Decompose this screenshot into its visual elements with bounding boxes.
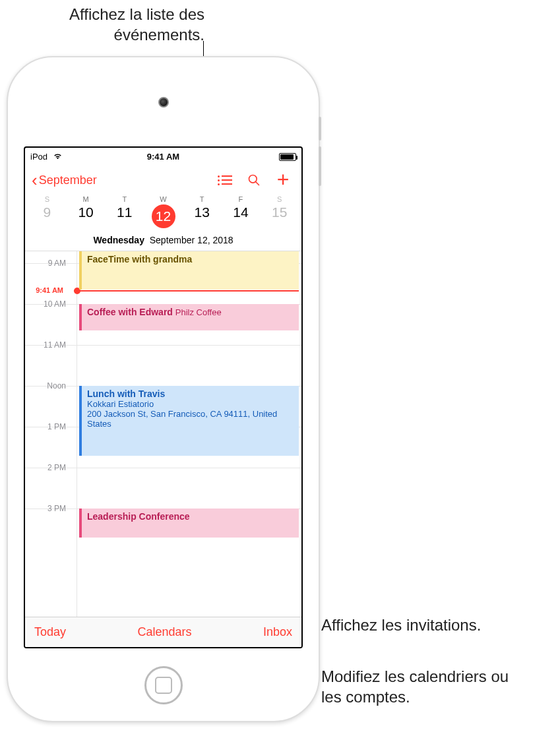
back-label: September: [39, 173, 97, 187]
calendar-event[interactable]: Coffee with Edward Philz Coffee: [79, 304, 299, 330]
weekday-label: S: [28, 195, 67, 203]
date-cell[interactable]: 15: [260, 204, 299, 228]
hour-label: Noon: [25, 381, 71, 390]
date-cell[interactable]: 9: [28, 204, 67, 228]
battery-icon: [279, 153, 296, 161]
screen: iPod 9:41 AM ‹ September: [24, 146, 303, 648]
weekday-label: T: [105, 195, 144, 203]
weekday-label: S: [260, 195, 299, 203]
list-view-button[interactable]: [210, 175, 239, 185]
date-cell[interactable]: 14: [222, 204, 261, 228]
week-date-row: 9 10 11 12 13 14 15: [25, 203, 301, 232]
home-button[interactable]: [144, 666, 183, 704]
date-cell-selected[interactable]: 12: [144, 204, 183, 228]
inbox-button[interactable]: Inbox: [263, 625, 292, 639]
weekday-label: F: [222, 195, 261, 203]
status-time: 9:41 AM: [25, 152, 301, 162]
callout-list: Affichez la liste des événements.: [66, 4, 204, 45]
date-cell[interactable]: 13: [183, 204, 222, 228]
plus-icon: +: [277, 173, 290, 186]
nav-bar: ‹ September +: [25, 165, 301, 195]
hour-label: 2 PM: [25, 463, 71, 472]
ipod-device: iPod 9:41 AM ‹ September: [7, 56, 320, 722]
search-icon: [247, 173, 261, 187]
hour-label: 10 AM: [25, 299, 71, 309]
list-icon: [218, 175, 232, 185]
svg-line-1: [256, 182, 259, 185]
chevron-left-icon: ‹: [32, 171, 38, 189]
weekday-label: M: [67, 195, 106, 203]
date-cell[interactable]: 11: [105, 204, 144, 228]
calendars-button[interactable]: Calendars: [137, 625, 191, 639]
front-camera: [158, 97, 169, 108]
hour-label: 1 PM: [25, 422, 71, 431]
back-button[interactable]: ‹ September: [32, 171, 97, 189]
weekday-label: T: [183, 195, 222, 203]
current-date-label: Wednesday September 12, 2018: [25, 232, 301, 251]
date-cell[interactable]: 10: [67, 204, 106, 228]
status-bar: iPod 9:41 AM: [25, 148, 301, 165]
bottom-toolbar: Today Calendars Inbox: [25, 617, 301, 647]
hour-label: 11 AM: [25, 340, 71, 350]
hour-label: 3 PM: [25, 504, 71, 513]
callout-calendars: Modifiez les calendriers ou les comptes.: [321, 666, 526, 707]
calendar-event[interactable]: Leadership Conference: [79, 509, 299, 538]
weekday-label: W: [144, 195, 183, 203]
add-event-button[interactable]: +: [268, 173, 297, 186]
calendar-event[interactable]: Lunch with TravisKokkari Estiatorio200 J…: [79, 386, 299, 456]
weekday-header: S M T W T F S: [25, 195, 301, 203]
day-timeline[interactable]: 9 AM 10 AM 11 AM Noon 1 PM 2 PM 3 PM 9:4…: [25, 251, 301, 617]
hour-label: 9 AM: [25, 259, 71, 268]
callout-inbox: Affichez les invitations.: [321, 615, 481, 635]
calendar-event[interactable]: FaceTime with grandma: [79, 251, 299, 290]
today-button[interactable]: Today: [34, 625, 66, 639]
search-button[interactable]: [239, 173, 268, 187]
